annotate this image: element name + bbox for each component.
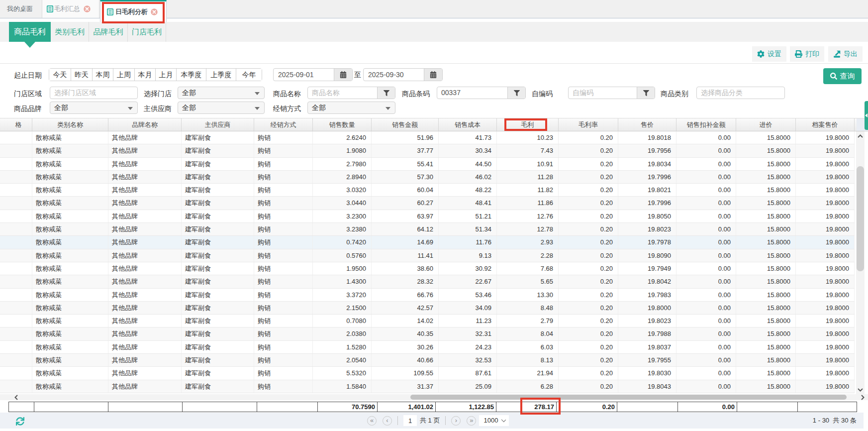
- filter-funnel-button[interactable]: [507, 87, 525, 99]
- store-area-input[interactable]: 选择门店区域: [50, 87, 138, 99]
- column-header-12[interactable]: 销售扣补金额: [676, 118, 736, 131]
- cell: 19.8000: [796, 289, 855, 301]
- export-button[interactable]: 导出: [828, 46, 863, 62]
- scroll-left-button[interactable]: [10, 394, 21, 400]
- cell: 41.73: [439, 131, 497, 144]
- scroll-right-button[interactable]: [857, 394, 868, 400]
- column-header-13[interactable]: 进价: [736, 118, 796, 131]
- table-row[interactable]: 散称咸菜其他品牌建军副食购销2.038040.3532.318.040.2019…: [0, 327, 855, 340]
- table-row[interactable]: 散称咸菜其他品牌建军副食购销3.032060.0448.2211.820.201…: [0, 184, 855, 197]
- horizontal-scrollbar[interactable]: [0, 394, 868, 400]
- table-row[interactable]: 散称咸菜其他品牌建军副食购销3.044060.2748.4111.860.201…: [0, 197, 855, 210]
- brand-select[interactable]: 全部: [50, 102, 138, 114]
- quick-date-7[interactable]: 本季度: [177, 69, 206, 81]
- subtab-brand-profit[interactable]: 品牌毛利: [89, 22, 128, 42]
- tab-daily-profit-analysis[interactable]: 日毛利分析: [100, 0, 167, 22]
- vertical-scrollbar-thumb[interactable]: [857, 166, 864, 271]
- last-page-button[interactable]: »: [467, 416, 476, 426]
- column-header-3[interactable]: 品牌名称: [108, 118, 182, 131]
- table-row[interactable]: 散称咸菜其他品牌建军副食购销1.950038.6030.927.680.2019…: [0, 262, 855, 275]
- calendar-button[interactable]: [424, 69, 442, 81]
- close-icon[interactable]: [151, 8, 158, 15]
- scroll-down-button[interactable]: [856, 385, 865, 394]
- column-header-1[interactable]: 格: [0, 118, 32, 131]
- calendar-button[interactable]: [334, 69, 352, 81]
- subtab-product-profit[interactable]: 商品毛利: [9, 22, 51, 42]
- cell: 0.00: [676, 341, 736, 353]
- page-number-input[interactable]: 1: [403, 415, 417, 426]
- quick-date-3[interactable]: 本周: [93, 69, 113, 81]
- dist-select[interactable]: 全部: [307, 102, 395, 114]
- filter-funnel-button[interactable]: [637, 87, 655, 99]
- query-button[interactable]: 查询: [823, 68, 862, 84]
- table-row[interactable]: 散称咸菜其他品牌建军副食购销1.584031.3725.096.280.2019…: [0, 380, 855, 393]
- quick-date-8[interactable]: 上季度: [206, 69, 236, 81]
- filter-funnel-button[interactable]: [377, 87, 395, 99]
- table-row[interactable]: 散称咸菜其他品牌建军副食购销2.798055.4144.5010.910.201…: [0, 158, 855, 171]
- refresh-button[interactable]: [16, 417, 24, 426]
- quick-date-9[interactable]: 今年: [236, 69, 262, 81]
- cell: 散称咸菜: [32, 158, 108, 170]
- close-icon[interactable]: [84, 5, 91, 12]
- table-row[interactable]: 散称咸菜其他品牌建军副食购销2.150042.5734.098.480.2019…: [0, 302, 855, 315]
- settings-button[interactable]: 设置: [752, 46, 786, 62]
- tab-my-desktop[interactable]: 我的桌面: [0, 0, 41, 18]
- subtab-store-profit[interactable]: 门店毛利: [128, 22, 166, 42]
- column-header-9[interactable]: 毛利: [497, 118, 559, 131]
- table-row[interactable]: 散称咸菜其他品牌建军副食购销1.528030.2624.236.030.2019…: [0, 341, 855, 354]
- column-header-5[interactable]: 经销方式: [254, 118, 313, 131]
- table-row[interactable]: 散称咸菜其他品牌建军副食购销0.742014.6911.762.930.2019…: [0, 236, 855, 249]
- barcode-input[interactable]: 00337: [437, 87, 526, 99]
- column-header-2[interactable]: 类别名称: [32, 118, 108, 131]
- quick-date-4[interactable]: 上周: [113, 69, 135, 81]
- cell: [0, 302, 32, 314]
- table-row[interactable]: 散称咸菜其他品牌建军副食购销5.5320109.5587.6121.940.20…: [0, 367, 855, 380]
- column-header-6[interactable]: 销售数量: [313, 118, 372, 131]
- column-header-4[interactable]: 主供应商: [182, 118, 254, 131]
- cell: 87.61: [439, 367, 497, 379]
- column-header-8[interactable]: 销售成本: [439, 118, 497, 131]
- quick-date-1[interactable]: 今天: [49, 69, 71, 81]
- cell: 购销: [254, 341, 313, 353]
- quick-date-2[interactable]: 昨天: [71, 69, 93, 81]
- side-panel-toggle[interactable]: [865, 101, 868, 130]
- quick-date-6[interactable]: 上月: [156, 69, 177, 81]
- date-to-input[interactable]: 2025-09-30: [363, 68, 443, 81]
- table-row[interactable]: 散称咸菜其他品牌建军副食购销3.230063.9751.2112.760.201…: [0, 210, 855, 223]
- horizontal-scrollbar-thumb[interactable]: [410, 395, 847, 400]
- prev-page-button[interactable]: ‹: [383, 416, 392, 426]
- first-page-button[interactable]: «: [367, 416, 377, 426]
- table-row[interactable]: 散称咸菜其他品牌建军副食购销3.238064.1251.3412.780.201…: [0, 223, 855, 236]
- summary-cell: [108, 402, 183, 412]
- table-row[interactable]: 散称咸菜其他品牌建军副食购销3.372066.7653.4613.300.201…: [0, 289, 855, 302]
- quick-date-5[interactable]: 本月: [135, 69, 156, 81]
- table-row[interactable]: 散称咸菜其他品牌建军副食购销0.708014.0211.232.790.2019…: [0, 315, 855, 327]
- column-header-11[interactable]: 售价: [618, 118, 676, 131]
- cell: 0.7420: [313, 236, 372, 248]
- scroll-up-button[interactable]: [856, 131, 865, 140]
- table-row[interactable]: 散称咸菜其他品牌建军副食购销2.054040.6632.538.130.2019…: [0, 354, 855, 367]
- print-button[interactable]: 打印: [790, 46, 824, 62]
- table-row[interactable]: 散称咸菜其他品牌建军副食购销2.894057.3046.0211.280.201…: [0, 171, 855, 184]
- own-code-input[interactable]: 自编码: [568, 87, 655, 99]
- cell: [0, 380, 32, 393]
- category-input[interactable]: 选择商品分类: [696, 87, 785, 99]
- table-row[interactable]: 散称咸菜其他品牌建军副食购销0.576011.419.132.280.2019.…: [0, 249, 855, 262]
- own-code-placeholder: 自编码: [569, 87, 637, 99]
- next-page-button[interactable]: ›: [451, 416, 461, 426]
- page-size-select[interactable]: 1000: [479, 415, 509, 426]
- subtab-category-profit[interactable]: 类别毛利: [51, 22, 89, 42]
- table-row[interactable]: 散称咸菜其他品牌建军副食购销1.430028.3222.675.650.2019…: [0, 275, 855, 288]
- vertical-scrollbar[interactable]: [856, 131, 865, 394]
- column-header-7[interactable]: 销售金额: [372, 118, 439, 131]
- tab-profit-summary[interactable]: 毛利汇总: [42, 0, 99, 18]
- table-row[interactable]: 散称咸菜其他品牌建军副食购销1.908037.7730.347.430.2019…: [0, 144, 855, 157]
- supplier-select[interactable]: 全部: [178, 102, 265, 114]
- table-row[interactable]: 散称咸菜其他品牌建军副食购销2.624051.9641.7310.230.201…: [0, 131, 855, 144]
- column-header-10[interactable]: 毛利率: [559, 118, 618, 131]
- date-from-input[interactable]: 2025-09-01: [273, 68, 353, 81]
- cell: 0.00: [676, 131, 736, 144]
- column-header-14[interactable]: 档案售价: [796, 118, 855, 131]
- store-select[interactable]: 全部: [178, 87, 265, 99]
- product-name-input[interactable]: 商品名称: [307, 87, 395, 99]
